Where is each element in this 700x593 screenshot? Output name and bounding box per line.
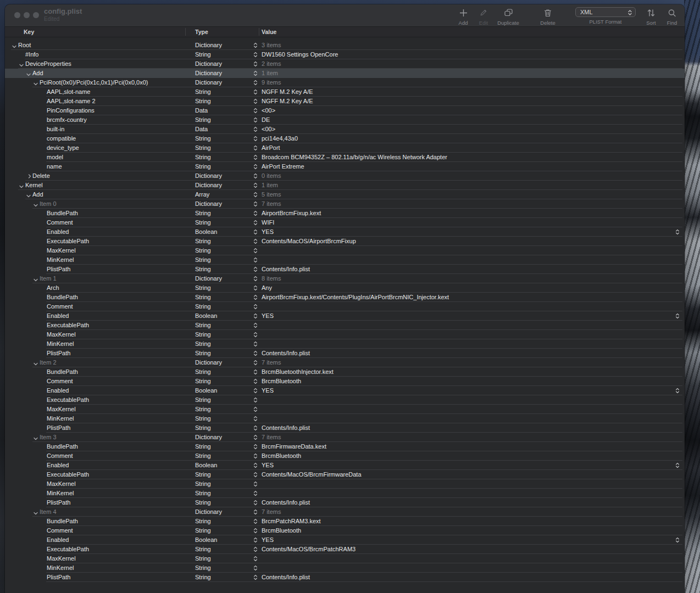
row-type[interactable]: String (195, 451, 211, 461)
row-type[interactable]: Dictionary (195, 171, 222, 181)
add-button[interactable]: Add (452, 7, 474, 26)
plist-row[interactable]: Item 2 Dictionary 7 items (5, 358, 685, 367)
row-type[interactable]: String (195, 339, 211, 349)
row-value[interactable]: 5 items (262, 190, 663, 199)
value-stepper-icon[interactable] (253, 452, 258, 460)
row-key[interactable]: Item 1 (40, 274, 57, 283)
value-stepper-icon[interactable] (253, 191, 258, 198)
plist-row[interactable]: MinKernel String (5, 339, 685, 349)
row-key[interactable]: PciRoot(0x0)/Pci(0x1c,0x1)/Pci(0x0,0x0) (40, 78, 148, 87)
row-type[interactable]: Dictionary (195, 199, 222, 209)
plist-row[interactable]: brcmfx-country String DE (5, 115, 685, 125)
plist-row[interactable]: MaxKernel String (5, 479, 685, 489)
row-value[interactable]: Contents/Info.plist (262, 573, 663, 582)
value-stepper-icon[interactable] (253, 443, 258, 450)
plist-row[interactable]: BundlePath String AirportBrcmFixup.kext/… (5, 293, 685, 302)
plist-row[interactable]: Enabled Boolean YES (5, 461, 685, 470)
row-key[interactable]: Item 2 (40, 358, 57, 367)
plist-row[interactable]: PinConfigurations Data <00> (5, 106, 685, 115)
value-stepper-icon[interactable] (253, 555, 258, 562)
column-header-type[interactable]: Type (195, 28, 208, 36)
plist-row[interactable]: MaxKernel String (5, 405, 685, 414)
row-key[interactable]: ExecutablePath (47, 395, 89, 405)
row-value[interactable]: Contents/MacOS/BrcmFirmwareData (262, 470, 663, 479)
row-type[interactable]: String (195, 526, 211, 535)
plist-row[interactable]: Kernel Dictionary 1 item (5, 181, 685, 190)
plist-row[interactable]: PlistPath String Contents/Info.plist (5, 349, 685, 358)
row-key[interactable]: ExecutablePath (47, 321, 89, 330)
row-type[interactable]: Dictionary (195, 274, 222, 283)
row-key[interactable]: Kernel (25, 181, 43, 190)
plist-row[interactable]: MinKernel String (5, 563, 685, 573)
value-stepper-icon[interactable] (253, 462, 258, 469)
row-key[interactable]: MaxKernel (47, 246, 76, 255)
row-key[interactable]: PlistPath (47, 573, 70, 582)
boolean-popup-icon[interactable] (675, 312, 680, 320)
row-value[interactable]: 0 items (262, 171, 663, 181)
value-stepper-icon[interactable] (253, 546, 258, 553)
row-type[interactable]: String (195, 489, 211, 498)
row-key[interactable]: compatible (47, 134, 76, 143)
value-stepper-icon[interactable] (253, 331, 258, 338)
row-type[interactable]: String (195, 283, 211, 293)
value-stepper-icon[interactable] (253, 574, 258, 581)
row-value[interactable]: 3 items (262, 41, 663, 50)
plist-row[interactable]: MinKernel String (5, 255, 685, 265)
row-type[interactable]: String (195, 563, 211, 573)
row-key[interactable]: MaxKernel (47, 330, 76, 339)
row-type[interactable]: String (195, 321, 211, 330)
column-header-key[interactable]: Key (24, 28, 34, 36)
plist-row[interactable]: Item 0 Dictionary 7 items (5, 199, 685, 209)
row-key[interactable]: PlistPath (47, 423, 70, 433)
row-type[interactable]: Dictionary (195, 433, 222, 442)
row-value[interactable]: Contents/MacOS/AirportBrcmFixup (262, 237, 663, 246)
plist-row[interactable]: Arch String Any (5, 283, 685, 293)
row-value[interactable]: Contents/Info.plist (262, 498, 663, 507)
plist-row[interactable]: BundlePath String AirportBrcmFixup.kext (5, 209, 685, 218)
disclosure-triangle-icon[interactable] (19, 61, 24, 67)
row-type[interactable]: String (195, 349, 211, 358)
value-stepper-icon[interactable] (253, 350, 258, 357)
value-stepper-icon[interactable] (253, 406, 258, 413)
row-value[interactable]: Broadcom BCM94352Z – 802.11a/b/g/n/ac Wi… (262, 153, 663, 162)
plist-row[interactable]: Root Dictionary 3 items (5, 41, 685, 50)
row-key[interactable]: Comment (47, 526, 73, 535)
plist-row[interactable]: #Info String DW1560 Settings OpenCore (5, 50, 685, 59)
value-stepper-icon[interactable] (253, 415, 258, 422)
plist-row[interactable]: MaxKernel String (5, 330, 685, 339)
row-key[interactable]: MaxKernel (47, 405, 76, 414)
plist-row[interactable]: PlistPath String Contents/Info.plist (5, 423, 685, 433)
row-value[interactable]: 7 items (262, 199, 663, 209)
value-stepper-icon[interactable] (253, 490, 258, 497)
plist-row[interactable]: Comment String BrcmBluetooth (5, 526, 685, 535)
value-stepper-icon[interactable] (253, 200, 258, 208)
plist-format-popup[interactable]: XML (575, 7, 636, 17)
plist-row[interactable]: name String AirPort Extreme (5, 162, 685, 171)
plist-row[interactable]: PlistPath String Contents/Info.plist (5, 265, 685, 274)
row-type[interactable]: String (195, 265, 211, 274)
row-key[interactable]: PlistPath (47, 265, 70, 274)
value-stepper-icon[interactable] (253, 126, 258, 133)
value-stepper-icon[interactable] (253, 107, 258, 114)
row-key[interactable]: BundlePath (47, 442, 78, 451)
minimize-window-button[interactable] (24, 12, 30, 18)
row-type[interactable]: String (195, 134, 211, 143)
boolean-popup-icon[interactable] (675, 387, 680, 394)
disclosure-triangle-icon[interactable] (26, 174, 31, 179)
value-stepper-icon[interactable] (253, 98, 258, 105)
row-type[interactable]: String (195, 395, 211, 405)
row-value[interactable]: pci14e4,43a0 (262, 134, 663, 143)
row-type[interactable]: String (195, 377, 211, 386)
value-stepper-icon[interactable] (253, 42, 258, 49)
row-value[interactable]: NGFF M.2 Key A/E (262, 87, 663, 97)
row-value[interactable]: BrcmPatchRAM3.kext (262, 517, 663, 526)
row-value[interactable]: WIFI (262, 218, 663, 227)
row-key[interactable]: Enabled (47, 461, 69, 470)
row-value[interactable]: NGFF M.2 Key A/E (262, 97, 663, 106)
row-key[interactable]: PlistPath (47, 349, 70, 358)
value-stepper-icon[interactable] (253, 518, 258, 525)
row-value[interactable]: AirportBrcmFixup.kext (262, 209, 663, 218)
disclosure-triangle-icon[interactable] (33, 202, 38, 207)
row-key[interactable]: Arch (47, 283, 59, 293)
row-type[interactable]: String (195, 479, 211, 489)
